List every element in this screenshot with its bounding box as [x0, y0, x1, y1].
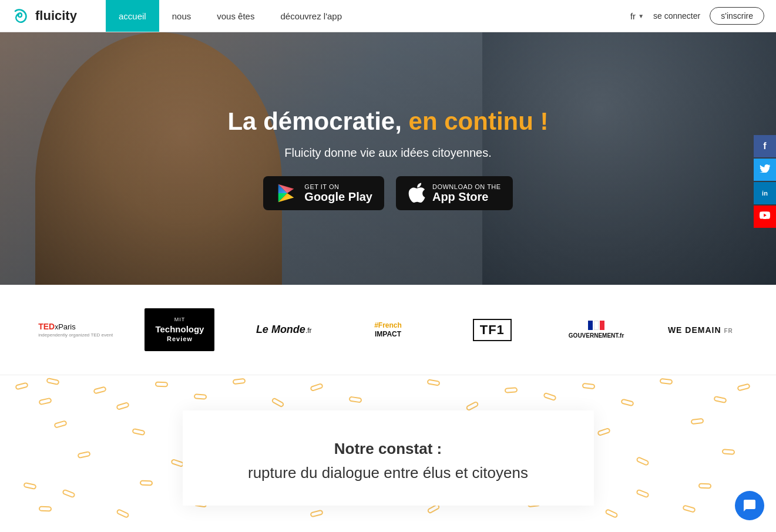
google-play-button[interactable]: GET IT ON Google Play — [263, 176, 384, 210]
decorative-pill — [636, 489, 650, 498]
nav-link-nous[interactable]: nous — [159, 0, 204, 32]
youtube-icon — [760, 211, 770, 222]
fluicity-logo-icon — [12, 6, 31, 25]
decorative-pill — [39, 506, 52, 512]
facebook-button[interactable]: f — [754, 135, 776, 157]
nav-link-vous-etes[interactable]: vous êtes — [204, 0, 267, 32]
decorative-pill — [23, 482, 36, 490]
app-store-bottom: App Store — [432, 190, 489, 203]
decorative-pill — [349, 396, 362, 403]
lang-selector[interactable]: fr ▼ — [630, 11, 644, 21]
gouvernement-logo-text: GOUVERNEMENT.fr — [569, 332, 624, 339]
decorative-pill — [465, 400, 479, 411]
decorative-pill — [504, 388, 518, 394]
twitter-icon — [760, 164, 770, 175]
press-logo-gouvernement: GOUVERNEMENT.fr — [544, 315, 648, 345]
chat-icon — [743, 499, 757, 513]
tedx-logo-text: TEDxParis independently organized TED ev… — [38, 322, 113, 338]
decorative-pill — [132, 428, 145, 436]
decorative-pill — [698, 483, 711, 489]
decorative-pill — [636, 456, 650, 466]
social-sidebar: f in — [754, 135, 776, 228]
google-play-bottom: Google Play — [304, 190, 372, 203]
press-logo-lemonde: Le Monde.fr — [232, 318, 336, 342]
decorative-pill — [620, 399, 634, 407]
nav-links: accueil nous vous êtes découvrez l'app — [106, 0, 355, 32]
press-logo-tf1: TF1 — [440, 313, 544, 347]
app-store-top: Download on the — [432, 183, 501, 190]
google-play-text: GET IT ON Google Play — [304, 183, 372, 203]
wedemain-logo-text: WE DEMAIN FR — [668, 325, 733, 335]
decorative-pill — [155, 381, 168, 387]
navbar: fluicity accueil nous vous êtes découvre… — [0, 0, 776, 32]
decorative-pill — [271, 398, 285, 409]
decorative-pill — [54, 420, 68, 429]
lang-label: fr — [630, 11, 636, 21]
linkedin-button[interactable]: in — [754, 182, 776, 204]
press-logo-frenchimpact: #French IMPACT — [336, 315, 440, 344]
google-play-icon — [275, 182, 297, 204]
decorative-pill — [233, 378, 246, 385]
facebook-icon: f — [763, 141, 766, 151]
decorative-pill — [15, 382, 29, 390]
section-subtitle: rupture du dialogue entre élus et citoye… — [218, 464, 559, 482]
hero-buttons: GET IT ON Google Play Download on the Ap… — [263, 176, 512, 210]
section-title: Notre constat : — [218, 440, 559, 458]
decorative-pill — [659, 378, 673, 385]
pills-section: Notre constat : rupture du dialogue entr… — [0, 375, 776, 529]
twitter-button[interactable] — [754, 159, 776, 181]
decorative-pill — [77, 451, 90, 459]
youtube-button[interactable] — [754, 206, 776, 228]
press-logo-wedemain: WE DEMAIN FR — [649, 319, 753, 341]
decorative-pill — [310, 383, 324, 392]
decorative-pill — [194, 393, 207, 400]
hero-title: La démocratie, en continu ! — [227, 107, 548, 136]
decorative-pill — [116, 402, 130, 410]
chat-bubble-button[interactable] — [735, 491, 764, 520]
decorative-pill — [721, 449, 735, 455]
press-logo-mit: MIT Technology Review — [127, 302, 231, 357]
mit-box: MIT Technology Review — [145, 308, 214, 351]
decorative-pill — [116, 509, 130, 518]
decorative-pill — [543, 392, 557, 402]
hero-subtitle: Fluicity donne vie aux idées citoyennes. — [284, 146, 491, 160]
tf1-logo-text: TF1 — [473, 319, 512, 341]
decorative-pill — [310, 510, 324, 518]
decorative-pill — [714, 396, 727, 403]
connect-button[interactable]: se connecter — [653, 11, 700, 21]
logo-area: fluicity — [0, 6, 106, 25]
decorative-pill — [93, 386, 107, 395]
decorative-pill — [426, 379, 440, 387]
decorative-pill — [683, 504, 697, 513]
decorative-pill — [46, 378, 60, 385]
nav-link-accueil[interactable]: accueil — [106, 0, 159, 32]
google-play-top: GET IT ON — [304, 183, 339, 190]
nav-right: fr ▼ se connecter s'inscrire — [630, 7, 776, 25]
hero-title-part1: La démocratie, — [227, 107, 408, 135]
app-store-button[interactable]: Download on the App Store — [396, 176, 513, 210]
hero-content: La démocratie, en continu ! Fluicity don… — [0, 32, 776, 285]
decorative-pill — [605, 509, 619, 518]
decorative-pill — [737, 383, 751, 392]
app-store-text: Download on the App Store — [432, 183, 501, 203]
hero-title-highlight: en continu ! — [409, 107, 549, 135]
decorative-pill — [597, 427, 611, 436]
press-logos-bar: TEDxParis independently organized TED ev… — [0, 285, 776, 375]
decorative-pill — [62, 489, 76, 498]
register-button[interactable]: s'inscrire — [710, 7, 764, 25]
nav-link-decouvrez[interactable]: découvrez l'app — [267, 0, 355, 32]
linkedin-icon: in — [762, 190, 768, 197]
decorative-pill — [140, 480, 153, 486]
logo-text: fluicity — [35, 8, 77, 23]
decorative-pill — [38, 397, 52, 405]
hero-section: La démocratie, en continu ! Fluicity don… — [0, 32, 776, 285]
press-logo-tedx: TEDxParis independently organized TED ev… — [23, 316, 127, 344]
decorative-pill — [582, 382, 595, 389]
decorative-pill — [690, 418, 704, 425]
bottom-content-box: Notre constat : rupture du dialogue entr… — [183, 410, 594, 506]
apple-icon — [408, 183, 425, 204]
lang-arrow: ▼ — [638, 13, 644, 19]
lemonde-logo-text: Le Monde.fr — [256, 324, 312, 336]
